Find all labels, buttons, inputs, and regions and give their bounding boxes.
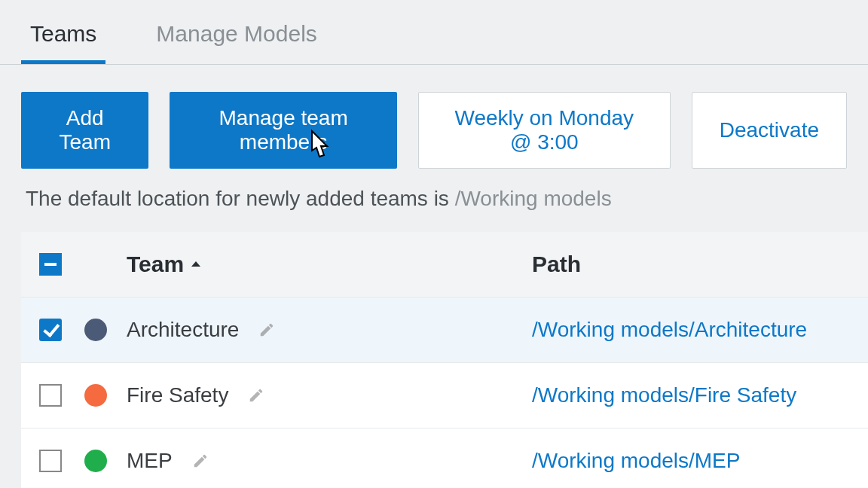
table-header: Team Path xyxy=(21,232,868,297)
table-row[interactable]: Architecture /Working models/Architectur… xyxy=(21,297,868,363)
select-all-checkbox[interactable] xyxy=(39,253,62,276)
schedule-button[interactable]: Weekly on Monday @ 3:00 xyxy=(418,92,671,169)
table-row[interactable]: Fire Safety /Working models/Fire Safety xyxy=(21,363,868,429)
team-name: MEP xyxy=(127,449,173,473)
add-team-button[interactable]: Add Team xyxy=(21,92,148,169)
team-path[interactable]: /Working models/Architecture xyxy=(532,318,807,342)
tab-teams[interactable]: Teams xyxy=(21,0,105,64)
row-checkbox[interactable] xyxy=(39,384,62,407)
deactivate-button[interactable]: Deactivate xyxy=(692,92,847,169)
table-row[interactable]: MEP /Working models/MEP xyxy=(21,429,868,488)
team-name: Fire Safety xyxy=(127,383,228,407)
edit-icon[interactable] xyxy=(243,383,269,408)
default-location-hint: The default location for newly added tea… xyxy=(0,182,868,224)
hint-path: /Working models xyxy=(455,187,612,210)
column-header-path[interactable]: Path xyxy=(532,252,850,277)
teams-table: Team Path Architecture /Working models/A… xyxy=(21,232,868,488)
team-color-dot xyxy=(84,384,107,407)
team-color-dot xyxy=(84,450,107,472)
row-checkbox[interactable] xyxy=(39,319,62,341)
toolbar: Add Team Manage team members Weekly on M… xyxy=(0,65,868,182)
tab-manage-models[interactable]: Manage Models xyxy=(147,0,326,64)
manage-team-members-button[interactable]: Manage team members xyxy=(170,92,396,169)
tab-bar: Teams Manage Models xyxy=(0,0,868,65)
team-color-dot xyxy=(84,319,107,341)
edit-icon[interactable] xyxy=(254,317,280,343)
column-header-team[interactable]: Team xyxy=(127,252,532,277)
row-checkbox[interactable] xyxy=(39,450,62,472)
sort-ascending-icon xyxy=(188,252,203,277)
edit-icon[interactable] xyxy=(188,448,213,474)
team-name: Architecture xyxy=(127,318,239,342)
team-path[interactable]: /Working models/MEP xyxy=(532,449,740,473)
hint-text: The default location for newly added tea… xyxy=(26,187,455,210)
team-path[interactable]: /Working models/Fire Safety xyxy=(532,383,796,407)
